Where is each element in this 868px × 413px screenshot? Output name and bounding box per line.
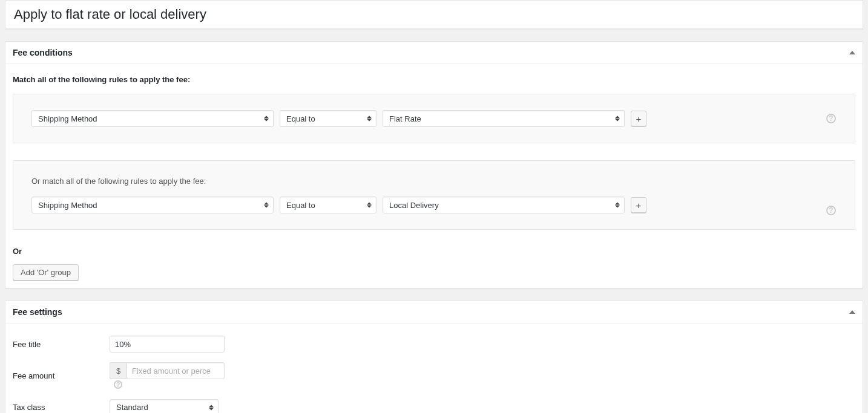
condition-value-select[interactable]: Local Delivery (383, 197, 625, 213)
fee-title-label: Fee title (13, 331, 110, 357)
match-rules-label: Match all of the following rules to appl… (13, 75, 855, 84)
fee-amount-input-group: $ (110, 362, 225, 379)
condition-row: Shipping Method Equal to Local Delivery (31, 197, 837, 213)
add-rule-button[interactable]: + (631, 111, 646, 126)
fee-settings-title: Fee settings (13, 307, 62, 317)
fee-settings-table: Fee title Fee amount $ ? (13, 331, 231, 413)
condition-operator-select[interactable]: Equal to (280, 197, 376, 213)
condition-group: Or match all of the following rules to a… (13, 160, 855, 230)
collapse-icon[interactable] (849, 310, 855, 314)
condition-group: Shipping Method Equal to Flat Rate (13, 94, 855, 143)
fee-settings-header[interactable]: Fee settings (5, 301, 863, 324)
title-panel: Apply to flat rate or local delivery (5, 0, 863, 29)
currency-symbol: $ (110, 362, 127, 379)
collapse-icon[interactable] (849, 51, 855, 54)
fee-conditions-body: Match all of the following rules to appl… (5, 64, 863, 288)
tax-class-label: Tax class (13, 394, 110, 413)
fee-title-input[interactable] (110, 336, 225, 353)
page-title: Apply to flat rate or local delivery (14, 7, 854, 22)
fee-amount-label: Fee amount (13, 357, 110, 394)
fee-amount-input[interactable] (127, 362, 225, 379)
or-match-label: Or match all of the following rules to a… (31, 177, 837, 186)
table-row: Fee amount $ ? (13, 357, 231, 394)
fee-settings-box: Fee settings Fee title Fee amount $ (5, 301, 863, 413)
svg-text:?: ? (829, 206, 833, 215)
condition-field-select-wrap: Shipping Method (31, 197, 274, 213)
condition-operator-select-wrap: Equal to (280, 110, 376, 127)
help-icon[interactable]: ? (826, 205, 837, 216)
help-icon[interactable]: ? (826, 113, 837, 124)
or-label: Or (13, 247, 855, 256)
fee-conditions-header[interactable]: Fee conditions (5, 42, 863, 64)
help-icon[interactable]: ? (113, 380, 123, 389)
fee-settings-body: Fee title Fee amount $ ? (5, 324, 863, 413)
add-or-group-button[interactable]: Add 'Or' group (13, 264, 79, 281)
condition-value-select-wrap: Local Delivery (383, 197, 625, 213)
condition-row: Shipping Method Equal to Flat Rate (31, 110, 837, 127)
condition-value-select-wrap: Flat Rate (383, 110, 625, 127)
condition-field-select-wrap: Shipping Method (31, 110, 274, 127)
condition-value-select[interactable]: Flat Rate (383, 110, 625, 127)
condition-field-select[interactable]: Shipping Method (31, 110, 274, 127)
tax-class-select-wrap: Standard (110, 399, 219, 413)
fee-conditions-title: Fee conditions (13, 48, 73, 57)
condition-field-select[interactable]: Shipping Method (31, 197, 274, 213)
add-rule-button[interactable]: + (631, 197, 646, 213)
svg-text:?: ? (829, 114, 833, 123)
tax-class-select[interactable]: Standard (110, 399, 219, 413)
condition-operator-select-wrap: Equal to (280, 197, 376, 213)
fee-conditions-box: Fee conditions Match all of the followin… (5, 41, 863, 288)
svg-text:?: ? (116, 381, 120, 388)
condition-operator-select[interactable]: Equal to (280, 110, 376, 127)
table-row: Fee title (13, 331, 231, 357)
table-row: Tax class Standard (13, 394, 231, 413)
